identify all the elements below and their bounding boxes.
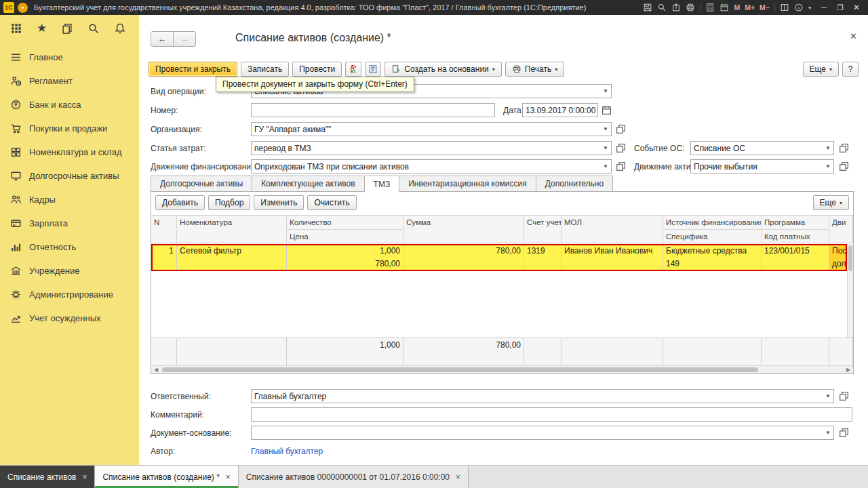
memory-minus-button[interactable]: М− (760, 3, 770, 12)
tab-inventarizacionnaya-komissiya[interactable]: Инвентаризационная комиссия (399, 176, 536, 192)
journal-button[interactable] (365, 62, 381, 77)
organization-field[interactable]: ГУ "Аппарат акима"" ▼ (251, 122, 612, 136)
main-menu-button[interactable]: ▾ (18, 3, 28, 13)
col-n[interactable]: N (151, 216, 177, 243)
scroll-right-arrow[interactable]: ▶ (844, 366, 853, 373)
more-button[interactable]: Еще▾ (803, 62, 839, 77)
print-icon[interactable] (686, 3, 695, 12)
sidebar-item-nomenklatura-sklad[interactable]: Номенклатура и склад (0, 140, 139, 164)
notifications-bell-icon[interactable] (114, 22, 126, 35)
back-button[interactable]: ← (151, 31, 174, 47)
base-document-field[interactable]: ▼ (251, 426, 834, 440)
close-icon[interactable]: × (82, 472, 87, 482)
print-button[interactable]: Печать ▾ (505, 62, 564, 77)
vertical-scrollbar[interactable] (847, 244, 853, 338)
chevron-down-icon[interactable]: ▼ (823, 393, 833, 399)
open-icon[interactable] (615, 161, 627, 172)
history-copy-icon[interactable] (61, 22, 73, 35)
comment-field[interactable] (251, 407, 852, 422)
post-and-close-button[interactable]: Провести и закрыть (149, 62, 237, 77)
chevron-down-icon[interactable]: ▼ (823, 430, 833, 436)
os-event-field[interactable]: Списание ОС ▼ (690, 141, 834, 155)
memory-plus-button[interactable]: М+ (745, 3, 755, 12)
horizontal-scrollbar-thumb[interactable] (162, 367, 758, 372)
open-icon[interactable] (838, 427, 850, 439)
cost-item-field[interactable]: перевод в ТМЗ ▼ (251, 141, 612, 155)
favorites-star-icon[interactable]: ★ (37, 22, 47, 35)
close-icon[interactable]: × (456, 472, 460, 482)
sidebar-item-dolgosrochnye-aktivy[interactable]: Долгосрочные активы (0, 164, 139, 188)
create-on-basis-button[interactable]: Создать на основании ▾ (384, 62, 502, 77)
sidebar-item-administrirovanie[interactable]: Администрирование (0, 283, 139, 306)
col-program-paidcode[interactable]: ПрограммаКод платных (762, 216, 829, 243)
add-row-button[interactable]: Добавить (155, 195, 205, 210)
vertical-scrollbar-thumb[interactable] (848, 245, 852, 271)
open-icon[interactable] (838, 142, 850, 154)
horizontal-scrollbar[interactable]: ◀ ▶ (151, 365, 853, 373)
open-icon[interactable] (838, 161, 850, 172)
minimize-button[interactable]: ─ (816, 1, 832, 14)
search-icon[interactable] (87, 22, 100, 35)
sidebar-item-bank-kassa[interactable]: Банк и касса (0, 93, 139, 117)
export-icon[interactable] (671, 3, 681, 12)
calendar-icon[interactable] (601, 104, 612, 116)
split-window-icon[interactable] (780, 3, 789, 12)
col-account[interactable]: Счет учета (524, 216, 561, 243)
chevron-down-icon[interactable]: ▼ (823, 145, 833, 151)
help-button[interactable]: ? (842, 62, 859, 77)
calendar-icon[interactable] (719, 3, 729, 12)
financing-movement-field[interactable]: Оприходован ТМЗ при списании активов ▼ (251, 159, 612, 174)
sidebar-item-zarplata[interactable]: Зарплата (0, 211, 139, 235)
open-icon[interactable] (615, 123, 627, 135)
close-form-icon[interactable]: ✕ (850, 31, 857, 41)
sidebar-item-uchrezhdenie[interactable]: Учреждение (0, 259, 139, 283)
open-icon[interactable] (838, 390, 850, 402)
tab-dolgosrochnye-aktivy[interactable]: Долгосрочные активы (151, 176, 252, 192)
edit-button[interactable]: Изменить (254, 195, 304, 210)
window-tab-spisanie-aktivov-document[interactable]: Списание активов 00000000001 от 01.07.20… (239, 466, 469, 488)
window-tab-spisanie-aktivov[interactable]: Списание активов × (0, 466, 95, 488)
col-mol[interactable]: МОЛ (561, 216, 663, 243)
asset-movement-field[interactable]: Прочие выбытия ▼ (690, 159, 834, 174)
open-icon[interactable] (615, 142, 627, 154)
chevron-down-icon[interactable]: ▼ (600, 126, 611, 132)
sidebar-item-pokupki-prodazhi[interactable]: Покупки и продажи (0, 117, 139, 140)
tab-komplektuyushchie[interactable]: Комплектующие активов (252, 176, 363, 192)
memory-recall-button[interactable]: М (734, 3, 740, 12)
chevron-down-icon[interactable]: ▾ (808, 5, 811, 11)
table-more-button[interactable]: Еще▾ (813, 195, 849, 210)
sidebar-item-uchet-osuzhdennyh[interactable]: Учет осужденных (0, 306, 139, 330)
save-icon[interactable] (643, 3, 652, 12)
dt-kt-postings-button[interactable]: ДтКт (345, 62, 361, 77)
sidebar-item-otchetnost[interactable]: Отчетность (0, 235, 139, 259)
close-icon[interactable]: × (226, 472, 231, 482)
apps-grid-icon[interactable] (10, 22, 22, 35)
col-source-specifics[interactable]: Источник финансированияСпецифика (663, 216, 762, 243)
col-qty-price[interactable]: КоличествоЦена (287, 216, 403, 243)
search-icon[interactable] (657, 3, 667, 12)
sidebar-item-reglament[interactable]: Регламент (0, 69, 139, 93)
pick-button[interactable]: Подбор (208, 195, 250, 210)
tab-dopolnitelno[interactable]: Дополнительно (536, 176, 613, 192)
date-field[interactable]: 13.09.2017 0:00:00 (522, 103, 598, 117)
chevron-down-icon[interactable]: ▼ (600, 145, 611, 151)
number-field[interactable] (251, 103, 495, 117)
chevron-down-icon[interactable]: ▼ (600, 163, 611, 169)
tab-tmz[interactable]: ТМЗ (364, 176, 399, 192)
window-tab-spisanie-aktivov-sozdanie[interactable]: Списание активов (создание) * × (95, 466, 238, 488)
chevron-down-icon[interactable]: ▼ (823, 163, 833, 169)
sidebar-item-kadry[interactable]: Кадры (0, 188, 139, 211)
sidebar-item-glavnoe[interactable]: Главное (0, 45, 139, 69)
responsible-field[interactable]: Главный бухгалтер ▼ (251, 389, 834, 403)
table-row[interactable]: 1 Сетевой фильтр 1,000780,00 780,00 1319… (151, 244, 847, 271)
maximize-button[interactable]: ❐ (832, 1, 848, 14)
scroll-left-arrow[interactable]: ◀ (151, 366, 161, 373)
close-window-button[interactable]: ✕ (848, 1, 865, 14)
calculator-icon[interactable] (705, 3, 715, 12)
col-nomenclature[interactable]: Номенклатура (177, 216, 287, 243)
write-button[interactable]: Записать (241, 62, 289, 77)
col-sum[interactable]: Сумма (403, 216, 524, 243)
info-icon[interactable] (794, 3, 804, 12)
clear-button[interactable]: Очистить (307, 195, 356, 210)
post-button[interactable]: Провести (292, 62, 342, 77)
